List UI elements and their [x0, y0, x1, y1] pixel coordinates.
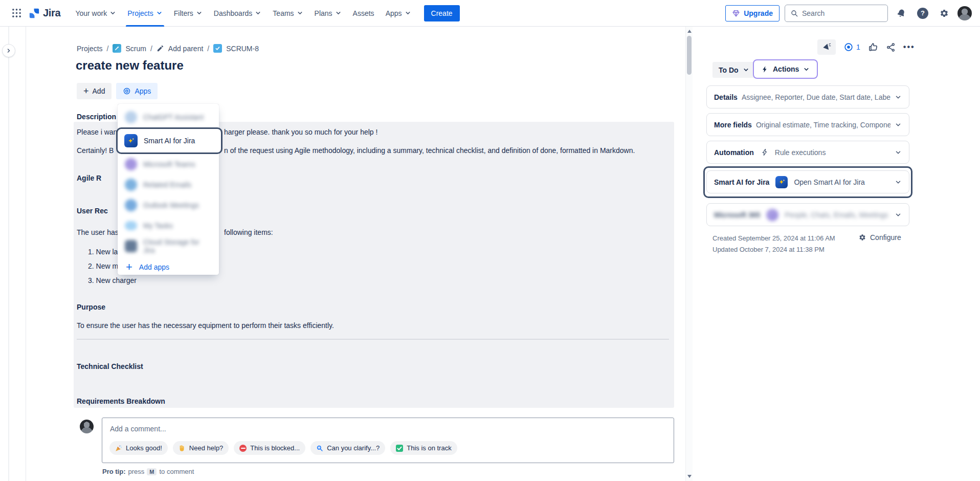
app-icon — [125, 179, 137, 191]
bell-icon — [896, 8, 906, 18]
jira-logo-text: Jira — [43, 7, 60, 19]
configure-button[interactable]: Configure — [858, 233, 901, 242]
main-scrollbar[interactable] — [685, 27, 693, 481]
megaphone-icon — [822, 42, 831, 52]
quick-reply-clarify[interactable]: Can you clarify...? — [310, 441, 385, 455]
check-icon — [396, 445, 403, 452]
help-icon: ? — [917, 8, 928, 19]
automation-lightning-icon — [761, 148, 769, 156]
expand-sidebar-button[interactable] — [2, 44, 15, 57]
nav-dashboards[interactable]: Dashboards — [208, 0, 268, 27]
left-panel-divider — [8, 27, 9, 481]
more-fields-panel[interactable]: More fields Original estimate, Time trac… — [706, 113, 909, 136]
automation-panel[interactable]: Automation Rule executions — [706, 141, 909, 164]
chevron-down-icon — [895, 211, 902, 218]
breadcrumb-projects[interactable]: Projects — [77, 45, 103, 53]
comment-box[interactable]: Add a comment... Looks good! Need help? … — [102, 418, 674, 463]
task-type-icon — [213, 44, 222, 53]
chevron-down-icon — [895, 149, 902, 156]
scrollbar-thumb[interactable] — [687, 36, 692, 75]
description-paragraph: Please i wan harger please. thank you so… — [77, 127, 117, 137]
party-popper-icon — [115, 445, 122, 452]
apps-menu-item-emails[interactable]: Related Emails — [118, 174, 219, 195]
user-avatar[interactable] — [957, 6, 972, 20]
watch-count: 1 — [856, 43, 860, 51]
apps-menu-item-smart-ai[interactable]: Smart AI for Jira — [118, 127, 219, 154]
create-button[interactable]: Create — [424, 5, 460, 21]
app-icon — [125, 158, 137, 170]
plus-icon: + — [83, 86, 89, 96]
scroll-up-arrow-icon[interactable] — [687, 30, 692, 33]
nav-filters[interactable]: Filters — [168, 0, 208, 27]
created-date: Created September 25, 2024 at 11:06 AM — [712, 233, 835, 244]
highlight-ring[interactable]: Smart AI for Jira — [116, 127, 222, 154]
apps-menu-item-meetings[interactable]: Outlook Meetings — [118, 195, 219, 215]
scroll-down-arrow-icon[interactable] — [687, 475, 692, 478]
apps-button[interactable]: Apps — [116, 83, 158, 99]
comment-avatar — [80, 420, 94, 433]
gear-icon — [858, 233, 866, 242]
apps-menu-item-cloud-storage[interactable]: Cloud Storage for Jira — [118, 236, 219, 256]
like-button[interactable] — [868, 42, 878, 52]
quick-reply-blocked[interactable]: This is blocked... — [234, 441, 305, 455]
scrum-project-icon — [113, 44, 121, 53]
details-panel[interactable]: Details Assignee, Reporter, Due date, St… — [706, 85, 909, 108]
search-box[interactable] — [785, 5, 888, 22]
quick-reply-need-help[interactable]: Need help? — [173, 441, 229, 455]
waving-hand-icon — [179, 445, 186, 452]
share-icon[interactable] — [886, 42, 896, 52]
feedback-button[interactable] — [817, 39, 836, 55]
actions-dropdown[interactable]: Actions — [753, 59, 818, 79]
gem-icon — [732, 9, 740, 17]
list-item: 2. New mo — [88, 261, 122, 271]
upgrade-button[interactable]: Upgrade — [725, 5, 779, 21]
app-icon — [125, 199, 137, 211]
quick-reply-looks-good[interactable]: Looks good! — [109, 441, 168, 455]
nav-your-work[interactable]: Your work — [70, 0, 122, 27]
description-heading-2: User Rec — [77, 206, 108, 216]
breadcrumb-project[interactable]: Scrum — [125, 45, 146, 53]
apps-menu-item-chatgpt[interactable]: ChatGPT Assistant — [118, 107, 219, 127]
add-button[interactable]: + Add — [77, 83, 112, 99]
issue-meta: Created September 25, 2024 at 11:06 AM U… — [712, 233, 835, 255]
breadcrumb-issue-key[interactable]: SCRUM-8 — [226, 45, 259, 53]
app-icon — [125, 111, 137, 123]
status-dropdown[interactable]: To Do — [712, 62, 755, 78]
nav-projects[interactable]: Projects — [122, 0, 168, 27]
breadcrumb-add-parent[interactable]: Add parent — [168, 45, 204, 53]
nav-plans[interactable]: Plans — [309, 0, 347, 27]
description-label: Description — [77, 113, 116, 121]
breadcrumb: Projects / Scrum / Add parent / SCRUM-8 — [77, 44, 259, 53]
gear-icon — [939, 8, 949, 18]
notifications-button[interactable] — [893, 5, 909, 21]
apps-menu-item-teams[interactable]: Microsoft Teams — [118, 154, 219, 174]
issue-toolbar: + Add Apps — [77, 83, 158, 99]
search-input[interactable] — [802, 9, 874, 17]
blocked-icon — [239, 445, 247, 452]
comment-placeholder: Add a comment... — [110, 425, 166, 433]
blurred-app-icon — [766, 209, 778, 221]
divider — [77, 339, 669, 340]
top-nav: Jira Your work Projects Filters Dashboar… — [0, 0, 980, 27]
nav-teams[interactable]: Teams — [267, 0, 308, 27]
blurred-app-panel[interactable]: Microsoft 365 People, Chats, Emails, Mee… — [706, 203, 909, 226]
smart-ai-panel[interactable]: Smart AI for Jira Open Smart AI for Jira — [706, 170, 909, 193]
list-item: 1. New lap — [88, 247, 122, 257]
apps-menu-item-tasks[interactable]: My Tasks — [118, 215, 219, 236]
nav-apps[interactable]: Apps — [380, 0, 417, 27]
pro-tip: Pro tip: press M to comment — [102, 468, 194, 475]
more-actions-button[interactable]: ••• — [903, 45, 915, 50]
settings-button[interactable] — [936, 5, 952, 21]
watch-button[interactable]: 1 — [843, 42, 860, 52]
smart-ai-highlight-ring: Smart AI for Jira Open Smart AI for Jira — [703, 166, 912, 198]
requirements-heading: Requirements Breakdown — [77, 396, 165, 406]
help-button[interactable]: ? — [915, 5, 931, 21]
quick-reply-on-track[interactable]: This is on track — [390, 441, 457, 455]
issue-title[interactable]: create new feature — [76, 58, 184, 73]
add-apps-button[interactable]: + Add apps — [118, 256, 219, 278]
jira-logo[interactable]: Jira — [29, 7, 60, 19]
description-paragraph: The user has following items: — [77, 227, 119, 237]
smart-ai-icon — [775, 176, 788, 188]
nav-assets[interactable]: Assets — [347, 0, 380, 27]
app-switcher-button[interactable] — [8, 5, 25, 21]
